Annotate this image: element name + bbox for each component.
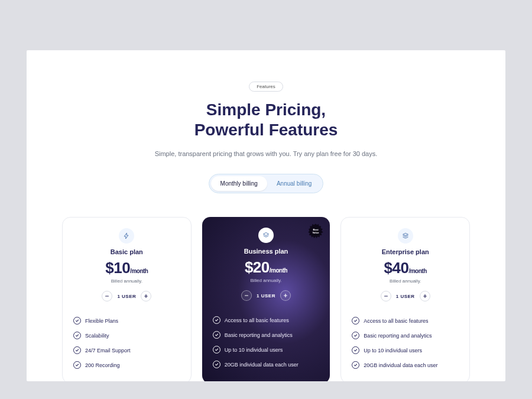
- check-icon: [213, 346, 220, 353]
- features-badge: Features: [249, 82, 283, 92]
- user-count-label: 1 USER: [117, 294, 136, 299]
- check-icon: [213, 316, 220, 324]
- feature-item: 200 Recording: [73, 358, 180, 372]
- page-title: Simple Pricing, Powerful Features: [38, 100, 494, 140]
- hero-section: Features Simple Pricing, Powerful Featur…: [27, 50, 505, 193]
- plan-billed: Billed annually.: [352, 278, 459, 284]
- feature-list: Access to all basic features Basic repor…: [352, 313, 459, 372]
- feature-item: Basic reporting and analytics: [352, 328, 459, 343]
- check-icon: [213, 361, 220, 368]
- stack-icon: [398, 228, 413, 244]
- check-icon: [73, 317, 81, 325]
- feature-item: 20GB individual data each user: [213, 357, 320, 372]
- check-icon: [352, 317, 359, 325]
- decrement-button[interactable]: [241, 290, 252, 301]
- plan-billed: Billed annually.: [213, 278, 320, 283]
- check-icon: [352, 346, 359, 354]
- plan-card-business: BestValue Business plan $20/month Billed…: [202, 217, 330, 381]
- feature-item: Access to all basic features: [352, 313, 459, 328]
- check-icon: [352, 361, 359, 369]
- feature-item: Up to 10 individual users: [213, 342, 320, 357]
- pricing-page: Features Simple Pricing, Powerful Featur…: [27, 50, 505, 381]
- check-icon: [213, 331, 220, 339]
- plan-price: $10/month: [73, 259, 180, 277]
- best-value-badge: BestValue: [307, 223, 324, 239]
- plan-header: Basic plan $10/month Billed annually. 1 …: [73, 228, 180, 301]
- plan-price: $20/month: [213, 258, 320, 277]
- svg-text:Value: Value: [313, 231, 320, 234]
- feature-list: Access to all basic features Basic repor…: [213, 313, 320, 372]
- plan-card-basic: Basic plan $10/month Billed annually. 1 …: [62, 217, 192, 381]
- user-count-label: 1 USER: [396, 294, 415, 299]
- user-stepper: 1 USER: [352, 291, 459, 301]
- annual-billing-tab[interactable]: Annual billing: [267, 176, 322, 191]
- plan-header: Enterprise plan $40/month Billed annuall…: [352, 228, 459, 301]
- feature-item: Access to all basic features: [213, 313, 320, 327]
- plan-card-enterprise: Enterprise plan $40/month Billed annuall…: [340, 217, 470, 381]
- feature-item: 24/7 Email Support: [73, 343, 180, 358]
- increment-button[interactable]: [141, 291, 151, 301]
- increment-button[interactable]: [420, 291, 430, 301]
- increment-button[interactable]: [280, 290, 291, 301]
- plan-price: $40/month: [352, 259, 459, 277]
- check-icon: [73, 346, 81, 354]
- page-subtitle: Simple, transparent pricing that grows w…: [38, 150, 494, 157]
- pricing-cards: Basic plan $10/month Billed annually. 1 …: [27, 217, 505, 381]
- check-icon: [352, 332, 359, 339]
- feature-item: Up to 10 individual users: [352, 343, 459, 358]
- check-icon: [73, 332, 81, 339]
- decrement-button[interactable]: [381, 291, 391, 301]
- feature-item: 20GB individual data each user: [352, 358, 459, 372]
- feature-item: Flexible Plans: [73, 313, 180, 328]
- plan-name: Business plan: [213, 248, 320, 255]
- user-stepper: 1 USER: [73, 291, 180, 301]
- check-icon: [73, 361, 81, 369]
- title-line2: Powerful Features: [38, 120, 494, 140]
- title-line1: Simple Pricing,: [38, 100, 494, 120]
- feature-list: Flexible Plans Scalability 24/7 Email Su…: [73, 313, 180, 372]
- feature-item: Scalability: [73, 328, 180, 343]
- feature-item: Basic reporting and analytics: [213, 327, 320, 342]
- user-count-label: 1 USER: [257, 293, 275, 299]
- layers-icon: [258, 228, 274, 243]
- plan-name: Enterprise plan: [352, 248, 459, 255]
- billing-toggle: Monthly billing Annual billing: [209, 174, 324, 193]
- decrement-button[interactable]: [102, 291, 112, 301]
- user-stepper: 1 USER: [213, 290, 320, 301]
- plan-name: Basic plan: [73, 248, 180, 255]
- plan-billed: Billed annually.: [73, 278, 180, 284]
- zap-icon: [119, 228, 134, 244]
- plan-header: Business plan $20/month Billed annually.…: [213, 228, 320, 301]
- monthly-billing-tab[interactable]: Monthly billing: [211, 176, 267, 191]
